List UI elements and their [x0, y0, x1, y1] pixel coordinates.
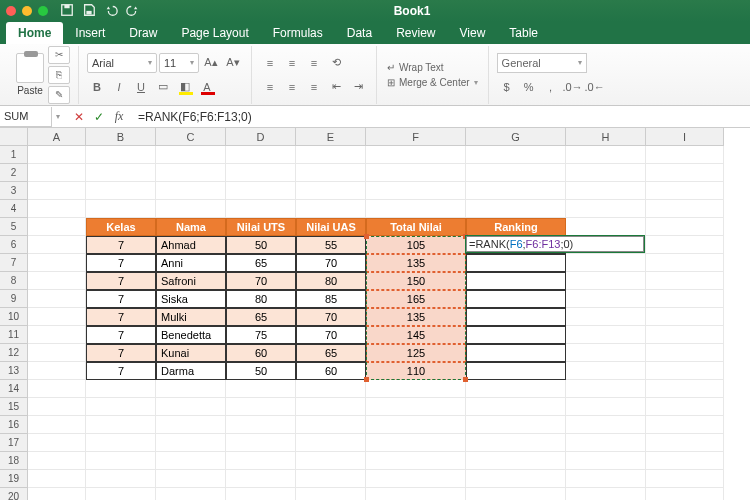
align-middle-button[interactable]: ≡: [282, 53, 302, 73]
cell[interactable]: Darma: [156, 362, 226, 380]
cell[interactable]: 50: [226, 236, 296, 254]
cell[interactable]: [646, 146, 724, 164]
cell[interactable]: [226, 470, 296, 488]
cell[interactable]: [646, 272, 724, 290]
tab-review[interactable]: Review: [384, 22, 447, 44]
percent-button[interactable]: %: [519, 77, 539, 97]
cell[interactable]: [466, 146, 566, 164]
cell[interactable]: [466, 326, 566, 344]
row-header[interactable]: 1: [0, 146, 28, 164]
font-color-button[interactable]: A: [197, 77, 217, 97]
cell[interactable]: 65: [296, 344, 366, 362]
column-header[interactable]: H: [566, 128, 646, 146]
cell[interactable]: [466, 164, 566, 182]
cell[interactable]: [226, 398, 296, 416]
cell[interactable]: [366, 200, 466, 218]
cell[interactable]: [156, 452, 226, 470]
cell[interactable]: 70: [296, 326, 366, 344]
cell[interactable]: [28, 146, 86, 164]
save-icon[interactable]: [82, 3, 96, 19]
cell[interactable]: 7: [86, 290, 156, 308]
row-header[interactable]: 8: [0, 272, 28, 290]
cell[interactable]: [466, 308, 566, 326]
cell[interactable]: [366, 434, 466, 452]
increase-indent-button[interactable]: ⇥: [348, 77, 368, 97]
cell[interactable]: [466, 362, 566, 380]
cell[interactable]: [366, 398, 466, 416]
cell[interactable]: Nama: [156, 218, 226, 236]
cell[interactable]: 7: [86, 326, 156, 344]
cell[interactable]: 7: [86, 236, 156, 254]
cell[interactable]: [296, 146, 366, 164]
cell[interactable]: 60: [226, 344, 296, 362]
select-all-corner[interactable]: [0, 128, 28, 146]
cell[interactable]: [226, 200, 296, 218]
cell[interactable]: [28, 182, 86, 200]
cell[interactable]: [646, 218, 724, 236]
cell[interactable]: [28, 488, 86, 500]
cell[interactable]: 125: [366, 344, 466, 362]
close-window-button[interactable]: [6, 6, 16, 16]
cell[interactable]: 65: [226, 254, 296, 272]
formula-input[interactable]: [134, 107, 750, 127]
cell[interactable]: [646, 488, 724, 500]
column-header[interactable]: F: [366, 128, 466, 146]
cell[interactable]: [86, 380, 156, 398]
cell[interactable]: [86, 452, 156, 470]
cell[interactable]: 70: [296, 254, 366, 272]
cell[interactable]: [366, 416, 466, 434]
name-box[interactable]: SUM: [0, 107, 52, 127]
tab-formulas[interactable]: Formulas: [261, 22, 335, 44]
cell[interactable]: [86, 416, 156, 434]
cell[interactable]: [296, 200, 366, 218]
cell[interactable]: [226, 434, 296, 452]
cell[interactable]: [466, 200, 566, 218]
align-right-button[interactable]: ≡: [304, 77, 324, 97]
row-header[interactable]: 20: [0, 488, 28, 500]
cell[interactable]: 7: [86, 272, 156, 290]
undo-icon[interactable]: [104, 3, 118, 19]
format-painter-button[interactable]: ✎: [48, 86, 70, 104]
tab-home[interactable]: Home: [6, 22, 63, 44]
cell[interactable]: 60: [296, 362, 366, 380]
autosave-icon[interactable]: [60, 3, 74, 19]
cell[interactable]: [28, 344, 86, 362]
confirm-formula-button[interactable]: ✓: [90, 108, 108, 126]
cell[interactable]: [156, 488, 226, 500]
cell[interactable]: 85: [296, 290, 366, 308]
cell[interactable]: Total Nilai: [366, 218, 466, 236]
row-header[interactable]: 10: [0, 308, 28, 326]
row-header[interactable]: 19: [0, 470, 28, 488]
wrap-text-button[interactable]: ↵Wrap Text: [385, 61, 480, 74]
column-header[interactable]: I: [646, 128, 724, 146]
row-header[interactable]: 11: [0, 326, 28, 344]
cell[interactable]: [646, 182, 724, 200]
cell[interactable]: [646, 164, 724, 182]
comma-button[interactable]: ,: [541, 77, 561, 97]
cell[interactable]: [156, 182, 226, 200]
cell[interactable]: 80: [226, 290, 296, 308]
cell[interactable]: [566, 416, 646, 434]
cell[interactable]: [566, 344, 646, 362]
cell[interactable]: 150: [366, 272, 466, 290]
cell[interactable]: [646, 308, 724, 326]
cell[interactable]: [28, 272, 86, 290]
cell[interactable]: [566, 362, 646, 380]
font-size-select[interactable]: 11▾: [159, 53, 199, 73]
cell[interactable]: [156, 380, 226, 398]
cell[interactable]: [226, 164, 296, 182]
cell[interactable]: [296, 488, 366, 500]
cell[interactable]: [566, 434, 646, 452]
tab-insert[interactable]: Insert: [63, 22, 117, 44]
fill-color-button[interactable]: ◧: [175, 77, 195, 97]
row-header[interactable]: 6: [0, 236, 28, 254]
tab-table[interactable]: Table: [497, 22, 550, 44]
cell[interactable]: [86, 398, 156, 416]
cell[interactable]: [156, 434, 226, 452]
cell[interactable]: [646, 398, 724, 416]
cell[interactable]: [86, 488, 156, 500]
cell[interactable]: [86, 164, 156, 182]
row-header[interactable]: 3: [0, 182, 28, 200]
cell[interactable]: [466, 434, 566, 452]
paste-button[interactable]: Paste: [16, 53, 44, 96]
